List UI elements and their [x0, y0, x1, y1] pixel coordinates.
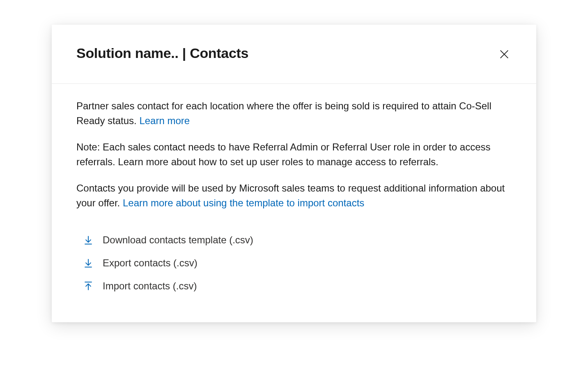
export-contacts-label: Export contacts (.csv) — [103, 257, 198, 269]
description-paragraph-3: Contacts you provide will be used by Mic… — [76, 181, 512, 210]
contacts-panel: Solution name.. | Contacts Partner sales… — [52, 25, 536, 322]
upload-icon — [83, 281, 94, 291]
panel-header: Solution name.. | Contacts — [52, 25, 536, 84]
download-icon — [83, 235, 94, 245]
download-template-action[interactable]: Download contacts template (.csv) — [76, 229, 512, 252]
description-text-1: Partner sales contact for each location … — [76, 100, 492, 126]
learn-more-link-2[interactable]: Learn more about using the template to i… — [123, 197, 364, 208]
download-template-label: Download contacts template (.csv) — [103, 234, 253, 246]
description-paragraph-2: Note: Each sales contact needs to have R… — [76, 140, 512, 169]
export-contacts-action[interactable]: Export contacts (.csv) — [76, 252, 512, 275]
download-icon — [83, 258, 94, 268]
panel-body: Partner sales contact for each location … — [52, 84, 536, 322]
import-contacts-action[interactable]: Import contacts (.csv) — [76, 275, 512, 298]
actions-list: Download contacts template (.csv) Export… — [76, 229, 512, 298]
description-paragraph-1: Partner sales contact for each location … — [76, 99, 512, 128]
import-contacts-label: Import contacts (.csv) — [103, 280, 197, 292]
close-icon — [498, 49, 510, 61]
close-button[interactable] — [497, 47, 512, 63]
learn-more-link-1[interactable]: Learn more — [139, 115, 190, 126]
page-title: Solution name.. | Contacts — [76, 45, 248, 61]
